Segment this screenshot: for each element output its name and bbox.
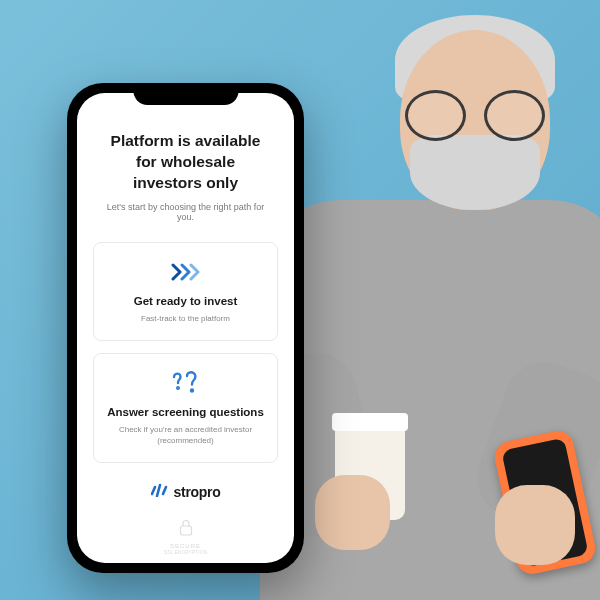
svg-point-1 [191,389,193,391]
secure-sublabel: SSL ENCRYPTION [164,549,207,555]
option-subtitle: Check if you're an accredited investor (… [106,424,265,446]
phone-notch [133,83,238,105]
svg-point-0 [177,387,179,389]
option-card-screening[interactable]: Answer screening questions Check if you'… [93,353,278,463]
option-subtitle: Fast-track to the platform [106,313,265,324]
phone-frame: Platform is available for wholesale inve… [67,83,304,573]
option-card-invest[interactable]: Get ready to invest Fast-track to the pl… [93,242,278,341]
svg-rect-2 [180,526,191,535]
lock-icon [178,519,194,541]
app-screen: Platform is available for wholesale inve… [77,93,294,563]
person-beard [410,135,540,210]
secure-badge: SECURE SSL ENCRYPTION [93,519,278,555]
brand-logo: stropro [93,483,278,501]
page-subtitle: Let's start by choosing the right path f… [93,202,278,222]
question-marks-icon [106,370,265,396]
page-title: Platform is available for wholesale inve… [93,131,278,194]
brand-name: stropro [174,484,221,500]
option-title: Get ready to invest [106,295,265,307]
promo-scene: Platform is available for wholesale inve… [0,0,600,600]
coffee-cup-lid [332,413,408,431]
person-hand-right [495,485,575,565]
chevrons-right-icon [106,259,265,285]
glasses-icon [405,90,545,135]
option-title: Answer screening questions [106,406,265,418]
person-hand-left [315,475,390,550]
brand-mark-icon [151,483,169,501]
